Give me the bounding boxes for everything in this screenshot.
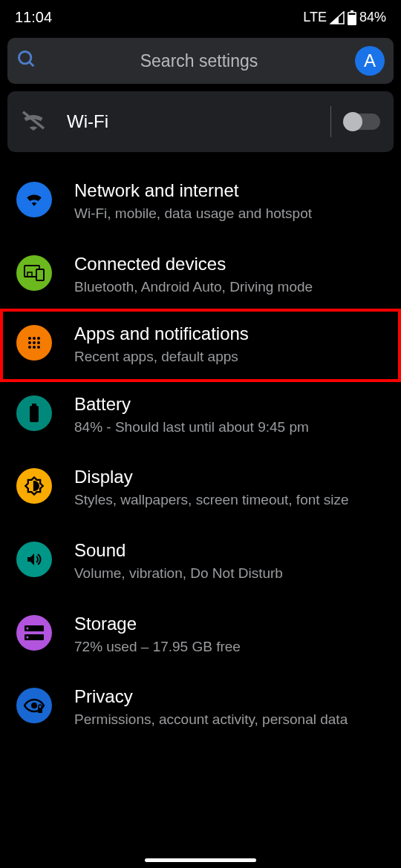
setting-item-apps[interactable]: Apps and notifications Recent apps, defa… [0,309,401,382]
battery-percent-label: 84% [359,10,386,25]
svg-point-16 [33,346,36,349]
svg-point-11 [37,337,40,340]
wifi-toggle[interactable] [345,114,380,130]
setting-title: Sound [74,540,385,561]
setting-subtitle: Styles, wallpapers, screen timeout, font… [74,490,385,510]
svg-point-14 [37,341,40,344]
svg-rect-18 [30,406,39,422]
storage-icon [16,615,52,651]
svg-point-23 [27,627,29,629]
toggle-knob [343,112,362,131]
svg-rect-7 [36,269,44,280]
search-icon [16,49,37,73]
svg-point-17 [37,346,40,349]
wifi-off-icon [21,110,46,134]
setting-subtitle: Volume, vibration, Do Not Disturb [74,564,385,584]
svg-point-13 [33,341,36,344]
svg-point-10 [33,337,36,340]
setting-text: Connected devices Bluetooth, Android Aut… [74,254,385,297]
svg-point-3 [19,52,31,64]
devices-icon [16,255,52,291]
setting-title: Battery [74,394,385,415]
svg-point-15 [28,346,31,349]
svg-rect-2 [348,13,355,15]
status-bar: 11:04 LTE 84% [0,0,401,32]
wifi-label: Wi-Fi [67,111,330,132]
network-type-label: LTE [303,10,327,25]
setting-item-privacy[interactable]: Privacy Permissions, account activity, p… [0,671,401,745]
setting-text: Privacy Permissions, account activity, p… [74,686,385,730]
setting-item-display[interactable]: Display Styles, wallpapers, screen timeo… [0,452,401,525]
sound-icon [16,542,52,577]
setting-title: Network and internet [74,180,385,201]
privacy-icon [16,688,52,723]
svg-point-9 [28,337,31,340]
battery-icon [16,395,52,431]
setting-text: Network and internet Wi-Fi, mobile, data… [74,180,385,224]
signal-icon [330,11,345,24]
setting-text: Storage 72% used – 17.95 GB free [74,614,385,657]
navigation-handle[interactable] [145,858,256,862]
setting-subtitle: Permissions, account activity, personal … [74,710,385,730]
setting-title: Display [74,467,385,487]
wifi-quick-card[interactable]: Wi-Fi [7,91,394,152]
svg-rect-26 [38,708,42,713]
svg-point-24 [27,636,29,638]
status-right: LTE 84% [303,10,386,25]
svg-point-25 [31,703,37,708]
battery-icon [348,10,356,25]
wifi-icon [16,182,52,217]
setting-text: Apps and notifications Recent apps, defa… [74,323,385,367]
setting-subtitle: 72% used – 17.95 GB free [74,637,385,657]
setting-title: Apps and notifications [74,323,385,344]
setting-item-storage[interactable]: Storage 72% used – 17.95 GB free [0,599,401,672]
search-placeholder: Search settings [43,51,355,71]
setting-text: Sound Volume, vibration, Do Not Disturb [74,540,385,584]
svg-rect-19 [32,404,36,406]
svg-rect-1 [351,10,353,12]
svg-line-4 [30,62,34,67]
setting-item-sound[interactable]: Sound Volume, vibration, Do Not Disturb [0,525,401,599]
display-icon [16,468,52,504]
setting-title: Privacy [74,686,385,707]
setting-text: Display Styles, wallpapers, screen timeo… [74,467,385,510]
setting-text: Battery 84% - Should last until about 9:… [74,394,385,438]
settings-list: Network and internet Wi-Fi, mobile, data… [0,160,401,751]
setting-item-connected[interactable]: Connected devices Bluetooth, Android Aut… [0,239,401,312]
setting-title: Storage [74,614,385,634]
setting-item-network[interactable]: Network and internet Wi-Fi, mobile, data… [0,165,401,239]
apps-icon [16,325,52,361]
setting-subtitle: 84% - Should last until about 9:45 pm [74,418,385,438]
setting-subtitle: Bluetooth, Android Auto, Driving mode [74,277,385,297]
status-time: 11:04 [15,9,52,26]
divider [330,106,331,137]
setting-title: Connected devices [74,254,385,274]
profile-avatar[interactable]: A [355,46,385,76]
avatar-letter: A [364,50,376,71]
setting-item-battery[interactable]: Battery 84% - Should last until about 9:… [0,379,401,453]
svg-point-12 [28,341,31,344]
setting-subtitle: Recent apps, default apps [74,347,385,367]
setting-subtitle: Wi-Fi, mobile, data usage and hotspot [74,204,385,224]
search-bar[interactable]: Search settings A [7,38,394,84]
